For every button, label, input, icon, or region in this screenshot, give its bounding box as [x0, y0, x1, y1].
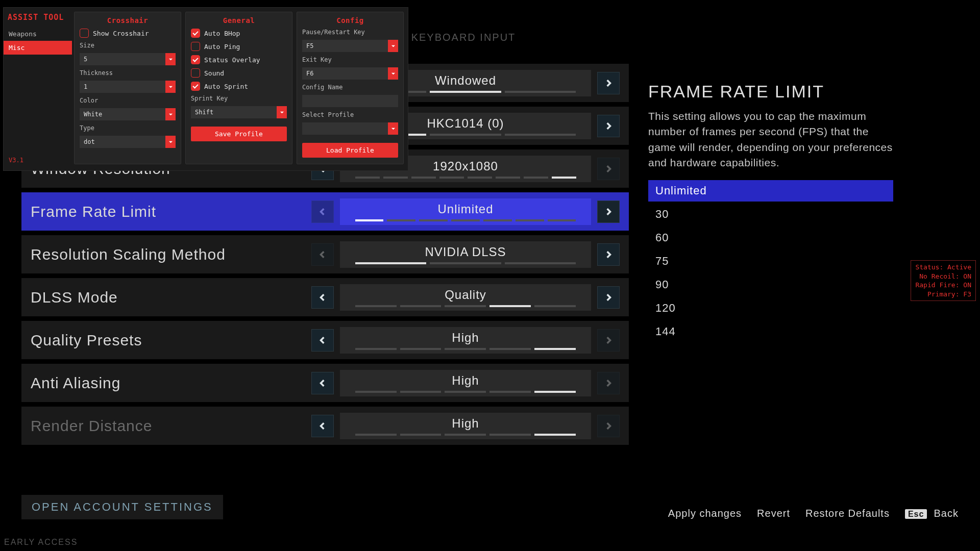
setting-value: Unlimited — [340, 198, 591, 225]
info-description: This setting allows you to cap the maxim… — [648, 109, 893, 171]
overlay-nav: WeaponsMisc — [4, 27, 72, 55]
pause-key-label: Pause/Restart Key — [302, 29, 398, 36]
save-profile-button[interactable]: Save Profile — [191, 127, 287, 141]
arrow-right-button[interactable] — [597, 72, 620, 94]
overlay-panels: Crosshair Show Crosshair Size 5 Thicknes… — [72, 8, 408, 170]
arrow-right-button — [597, 158, 620, 180]
arrow-right-button[interactable] — [597, 201, 620, 223]
info-option[interactable]: 30 — [648, 204, 893, 225]
info-option[interactable]: Unlimited — [648, 180, 893, 202]
exit-key-dropdown[interactable]: F6 — [302, 67, 398, 80]
thickness-dropdown[interactable]: 1 — [80, 81, 176, 93]
setting-label: Quality Presets — [31, 332, 311, 349]
info-option[interactable]: 75 — [648, 251, 893, 272]
arrow-right-button — [597, 415, 620, 437]
setting-row-anti-aliasing[interactable]: Anti AliasingHigh — [21, 364, 629, 402]
show-crosshair-checkbox[interactable]: Show Crosshair — [80, 29, 176, 38]
arrow-left-button[interactable] — [311, 372, 334, 394]
setting-label: DLSS Mode — [31, 289, 311, 306]
tab-keyboard-input[interactable]: KEYBOARD INPUT — [411, 32, 516, 48]
info-options: Unlimited30607590120144 — [648, 180, 893, 342]
chevron-down-icon — [165, 81, 176, 93]
setting-info-panel: FRAME RATE LIMIT This setting allows you… — [648, 82, 893, 342]
sprint-key-label: Sprint Key — [191, 95, 287, 102]
chevron-down-icon — [165, 108, 176, 120]
arrow-right-button[interactable] — [597, 243, 620, 266]
overlay-nav-weapons[interactable]: Weapons — [4, 27, 72, 41]
arrow-left-button[interactable] — [311, 415, 334, 437]
type-label: Type — [80, 124, 176, 132]
info-option[interactable]: 60 — [648, 227, 893, 248]
select-profile-dropdown[interactable] — [302, 122, 398, 135]
general-heading: General — [191, 16, 287, 24]
load-profile-button[interactable]: Load Profile — [302, 143, 398, 158]
config-name-label: Config Name — [302, 84, 398, 91]
chevron-down-icon — [165, 136, 176, 148]
arrow-left-button[interactable] — [311, 286, 334, 309]
setting-row-quality-presets[interactable]: Quality PresetsHigh — [21, 321, 629, 359]
setting-row-render-distance[interactable]: Render DistanceHigh — [21, 407, 629, 445]
assist-overlay[interactable]: ASSIST TOOL WeaponsMisc V3.1 Crosshair S… — [3, 7, 408, 171]
apply-changes-button[interactable]: Apply changes — [668, 508, 742, 519]
type-dropdown[interactable]: dot — [80, 136, 176, 148]
config-name-input[interactable] — [302, 95, 398, 107]
restore-defaults-button[interactable]: Restore Defaults — [805, 508, 890, 519]
setting-value: Quality — [340, 284, 591, 311]
info-option[interactable]: 144 — [648, 321, 893, 342]
chevron-down-icon — [388, 40, 398, 52]
color-dropdown[interactable]: White — [80, 108, 176, 120]
thickness-label: Thickness — [80, 69, 176, 77]
config-heading: Config — [302, 16, 398, 24]
auto-ping-checkbox[interactable]: Auto Ping — [191, 42, 287, 51]
chevron-down-icon — [277, 106, 287, 118]
overlay-nav-misc[interactable]: Misc — [4, 41, 72, 55]
config-panel: Config Pause/Restart Key F5 Exit Key F6 … — [297, 12, 404, 164]
chevron-down-icon — [388, 122, 398, 135]
arrow-left-button — [311, 243, 334, 266]
auto-sprint-checkbox[interactable]: Auto Sprint — [191, 82, 287, 91]
overlay-sidebar: ASSIST TOOL WeaponsMisc V3.1 — [4, 8, 72, 170]
auto-bhop-checkbox[interactable]: Auto BHop — [191, 29, 287, 38]
setting-label: Frame Rate Limit — [31, 203, 311, 220]
sound-checkbox[interactable]: Sound — [191, 68, 287, 78]
setting-label: Anti Aliasing — [31, 374, 311, 392]
status-overlay-checkbox[interactable]: Status Overlay — [191, 55, 287, 64]
size-dropdown[interactable]: 5 — [80, 53, 176, 65]
setting-label: Render Distance — [31, 417, 311, 435]
crosshair-heading: Crosshair — [80, 16, 176, 24]
arrow-right-button — [597, 372, 620, 394]
status-hud: Status: Active No Recoil: ON Rapid Fire:… — [911, 260, 976, 301]
size-label: Size — [80, 42, 176, 49]
arrow-left-button — [311, 201, 334, 223]
esc-keycap: Esc — [905, 509, 927, 519]
crosshair-panel: Crosshair Show Crosshair Size 5 Thicknes… — [74, 12, 181, 164]
setting-row-frame-rate-limit[interactable]: Frame Rate LimitUnlimited — [21, 192, 629, 231]
setting-value: NVIDIA DLSS — [340, 241, 591, 268]
exit-key-label: Exit Key — [302, 56, 398, 63]
general-panel: General Auto BHop Auto Ping Status Overl… — [185, 12, 292, 164]
chevron-down-icon — [165, 53, 176, 65]
arrow-right-button — [597, 329, 620, 352]
arrow-left-button[interactable] — [311, 329, 334, 352]
revert-button[interactable]: Revert — [757, 508, 790, 519]
setting-row-resolution-scaling-method[interactable]: Resolution Scaling MethodNVIDIA DLSS — [21, 235, 629, 273]
open-account-settings-button[interactable]: OPEN ACCOUNT SETTINGS — [21, 495, 223, 519]
arrow-right-button[interactable] — [597, 115, 620, 137]
sprint-key-dropdown[interactable]: Shift — [191, 106, 287, 118]
overlay-version: V3.1 — [4, 152, 72, 169]
setting-value: High — [340, 370, 591, 396]
pause-key-dropdown[interactable]: F5 — [302, 40, 398, 52]
setting-value: High — [340, 327, 591, 354]
color-label: Color — [80, 97, 176, 104]
setting-label: Resolution Scaling Method — [31, 246, 311, 263]
info-option[interactable]: 120 — [648, 297, 893, 319]
overlay-title: ASSIST TOOL — [4, 11, 72, 27]
info-title: FRAME RATE LIMIT — [648, 82, 893, 102]
arrow-right-button[interactable] — [597, 286, 620, 309]
back-button[interactable]: Esc Back — [905, 508, 959, 519]
setting-row-dlss-mode[interactable]: DLSS ModeQuality — [21, 278, 629, 316]
early-access-label: EARLY ACCESS — [4, 538, 78, 547]
setting-value: High — [340, 413, 591, 439]
info-option[interactable]: 90 — [648, 274, 893, 295]
select-profile-label: Select Profile — [302, 111, 398, 118]
